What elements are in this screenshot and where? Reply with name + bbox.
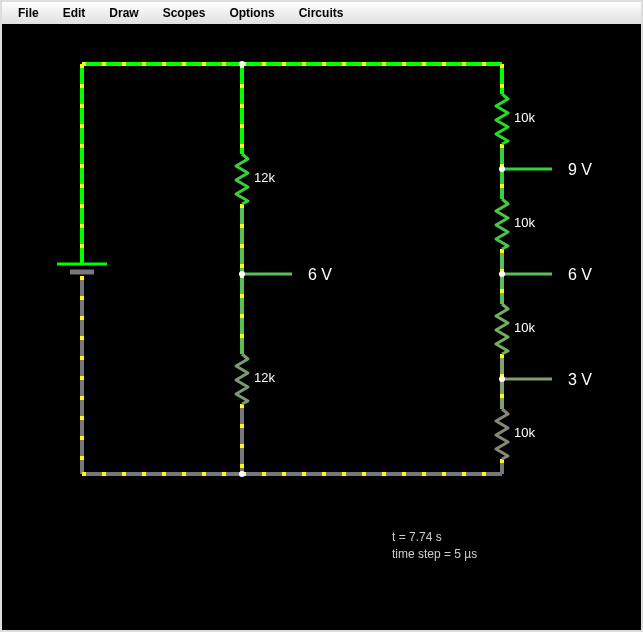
menubar: File Edit Draw Scopes Options Circuits	[2, 2, 641, 25]
label-r-right-4: 10k	[514, 425, 535, 440]
sim-step: time step = 5 µs	[392, 547, 477, 561]
label-r-center-1: 12k	[254, 170, 275, 185]
svg-point-33	[239, 271, 245, 277]
menu-file[interactable]: File	[8, 4, 49, 22]
menu-options[interactable]: Options	[219, 4, 284, 22]
label-r-center-2: 12k	[254, 370, 275, 385]
svg-point-35	[499, 166, 505, 172]
circuit-svg: 10k 10k 10k 10k 12k 12k 6 V 9 V 6 V 3 V	[2, 24, 643, 632]
svg-point-34	[239, 471, 245, 477]
svg-point-36	[499, 271, 505, 277]
label-v-right-2: 6 V	[568, 266, 592, 283]
svg-point-32	[239, 61, 245, 67]
label-r-right-2: 10k	[514, 215, 535, 230]
label-v-right-1: 9 V	[568, 161, 592, 178]
menu-draw[interactable]: Draw	[99, 4, 148, 22]
circuit-canvas[interactable]: 10k 10k 10k 10k 12k 12k 6 V 9 V 6 V 3 V …	[2, 24, 641, 630]
label-v-center: 6 V	[308, 266, 332, 283]
label-v-right-3: 3 V	[568, 371, 592, 388]
label-r-right-1: 10k	[514, 110, 535, 125]
sim-time: t = 7.74 s	[392, 530, 442, 544]
menu-edit[interactable]: Edit	[53, 4, 96, 22]
label-r-right-3: 10k	[514, 320, 535, 335]
menu-scopes[interactable]: Scopes	[153, 4, 216, 22]
sim-status: t = 7.74 s time step = 5 µs	[392, 529, 477, 563]
menu-circuits[interactable]: Circuits	[289, 4, 354, 22]
svg-point-37	[499, 376, 505, 382]
app-window: File Edit Draw Scopes Options Circuits	[0, 0, 643, 632]
